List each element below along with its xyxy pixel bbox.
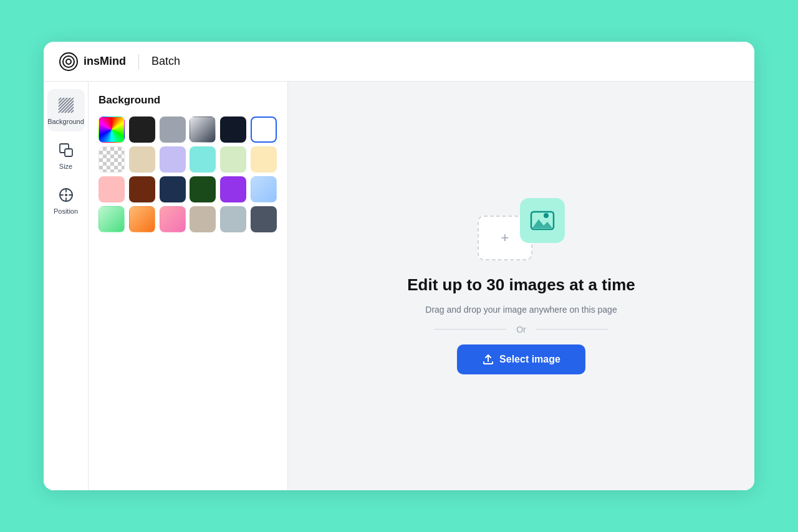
app-window: insMind Batch (44, 42, 754, 490)
swatch-blue-gradient[interactable] (251, 176, 277, 202)
select-image-button[interactable]: Select image (457, 344, 585, 374)
swatch-green-gradient[interactable] (99, 206, 125, 232)
svg-rect-14 (65, 149, 72, 156)
sidebar-item-background[interactable]: Background (47, 89, 85, 131)
swatch-white[interactable] (251, 116, 277, 143)
swatch-transparent[interactable] (99, 146, 125, 173)
svg-point-16 (65, 194, 67, 196)
svg-point-2 (66, 59, 71, 64)
color-grid (99, 116, 277, 232)
panel-title: Background (99, 94, 277, 107)
or-divider: Or (434, 325, 608, 335)
sidebar-item-background-label: Background (47, 118, 84, 125)
swatch-black[interactable] (220, 116, 246, 143)
header: insMind Batch (44, 42, 754, 82)
background-panel: Background (89, 82, 288, 490)
position-icon (56, 185, 76, 205)
or-line-right (536, 329, 608, 330)
canvas-headline: Edit up to 30 images at a time (407, 275, 635, 295)
swatch-peach[interactable] (251, 146, 277, 173)
canvas-area: + Edit up to 30 images at a time Drag an… (288, 82, 754, 490)
svg-point-21 (544, 213, 549, 218)
upload-image-icon (520, 198, 565, 243)
header-divider (138, 54, 139, 69)
svg-point-1 (63, 56, 74, 67)
select-image-button-label: Select image (499, 354, 560, 365)
main-content: Background Size (44, 82, 754, 490)
sidebar: Background Size (44, 82, 89, 490)
swatch-gray-dark[interactable] (251, 206, 277, 232)
or-label: Or (516, 325, 526, 335)
swatch-dark-green[interactable] (190, 176, 216, 202)
swatch-tan[interactable] (129, 146, 155, 173)
upload-illustration: + (478, 198, 565, 260)
logo-text: insMind (84, 55, 126, 68)
sidebar-item-position[interactable]: Position (47, 179, 85, 221)
plus-icon: + (501, 230, 509, 246)
upload-icon (482, 353, 494, 366)
swatch-black-dark[interactable] (129, 116, 155, 143)
logo-area: insMind (59, 52, 126, 72)
swatch-brown[interactable] (129, 176, 155, 202)
logo-icon (59, 52, 79, 72)
swatch-orange-gradient[interactable] (129, 206, 155, 232)
swatch-pink-gradient[interactable] (160, 206, 186, 232)
sidebar-item-size-label: Size (59, 163, 72, 170)
swatch-gray-mid[interactable] (160, 116, 186, 143)
swatch-rainbow[interactable] (99, 116, 125, 143)
canvas-subtext: Drag and drop your image anywhere on thi… (425, 305, 617, 315)
swatch-navy[interactable] (160, 176, 186, 202)
size-icon (56, 140, 76, 160)
background-icon (56, 95, 76, 115)
swatch-teal-light[interactable] (190, 146, 216, 173)
swatch-pink-light[interactable] (99, 176, 125, 202)
swatch-green-light[interactable] (220, 146, 246, 173)
swatch-blue-gray-light[interactable] (220, 206, 246, 232)
swatch-lavender[interactable] (160, 146, 186, 173)
swatch-purple[interactable] (220, 176, 246, 202)
sidebar-item-size[interactable]: Size (47, 134, 85, 176)
swatch-warm-gray[interactable] (190, 206, 216, 232)
sidebar-item-position-label: Position (54, 207, 78, 215)
header-batch-label: Batch (151, 55, 180, 68)
swatch-gradient-gray[interactable] (190, 116, 216, 143)
or-line-left (434, 329, 506, 330)
